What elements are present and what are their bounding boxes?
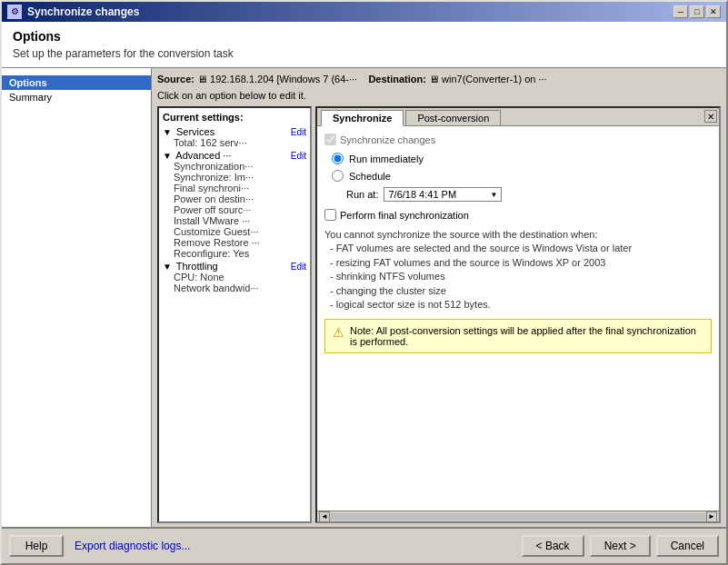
main-window: ⚙ Synchronize changes ─ □ ✕ Options Set … [0,0,728,565]
help-button[interactable]: Help [9,535,64,557]
advanced-arrow: ▼ Advanced ··· [163,150,232,161]
run-immediately-radio[interactable] [332,153,344,164]
schedule-label: Schedule [349,171,391,182]
adv-install-item: Install VMware ··· [163,215,306,226]
tree-section-advanced: ▼ Advanced ··· Edit Synchronization··· S… [163,150,306,259]
final-sync-checkbox[interactable] [324,209,336,221]
adv-final-item: Final synchroni··· [163,183,306,193]
services-total: Total: 162 serv··· [163,137,306,148]
run-at-dropdown[interactable]: 7/6/18 4:41 PM ▼ [384,187,502,202]
scroll-right-button[interactable]: ► [706,511,717,522]
schedule-row: Schedule [332,170,712,182]
horizontal-scrollbar[interactable]: ◄ ► [317,510,719,521]
sidebar-item-summary[interactable]: Summary [2,90,151,104]
tree-section-throttling: ▼ Throttling Edit CPU: None Network band… [163,261,306,293]
title-bar-left: ⚙ Synchronize changes [7,5,139,19]
window-close-button[interactable]: ✕ [706,5,721,18]
instruction-text: Click on an option below to edit it. [157,90,721,101]
scroll-track[interactable] [330,513,706,520]
minimize-button[interactable]: ─ [673,5,688,18]
title-bar-buttons: ─ □ ✕ [673,5,721,18]
title-bar: ⚙ Synchronize changes ─ □ ✕ [2,2,726,22]
advanced-header: ▼ Advanced ··· Edit [163,150,306,161]
tab-post-conversion[interactable]: Post-conversion [405,110,501,125]
main-content: Options Summary Source: 🖥 192.168.1.204 … [2,68,726,527]
run-at-label: Run at: [346,189,378,200]
adv-reconfigure-item: Reconfigure: Yes [163,248,306,259]
run-immediately-label: Run immediately [349,154,424,164]
back-button[interactable]: < Back [522,535,584,557]
throttle-cpu-item: CPU: None [163,272,306,282]
window-title: Synchronize changes [27,5,139,18]
top-heading: Options [13,29,715,44]
source-value: 192.168.1.204 [Windows 7 (64-··· [210,74,357,84]
settings-area: Current settings: ▼ Services Edit Total:… [157,106,721,523]
adv-remove-item: Remove Restore ··· [163,237,306,248]
services-arrow: ▼ Services [163,126,214,137]
run-at-row: Run at: 7/6/18 4:41 PM ▼ [346,187,712,202]
services-label: Services [174,126,214,137]
sync-changes-checkbox[interactable] [324,134,336,145]
top-description: Options Set up the parameters for the co… [2,22,726,68]
right-panel: Source: 🖥 192.168.1.204 [Windows 7 (64-·… [152,68,726,527]
run-immediately-row: Run immediately [332,153,712,164]
dest-label: Destination: [368,74,426,84]
export-logs-button[interactable]: Export diagnostic logs... [71,535,194,557]
dropdown-arrow-icon: ▼ [491,191,498,199]
settings-tree: Current settings: ▼ Services Edit Total:… [157,106,312,523]
services-header: ▼ Services Edit [163,126,306,137]
window-icon: ⚙ [7,5,22,19]
final-sync-row: Perform final synchronization [324,209,712,221]
dest-value: win7(Converter-1) on ··· [442,74,547,84]
adv-sync-im-item: Synchronize: Im··· [163,172,306,183]
tabbed-panel: ✕ Synchronize Post-conversion Synchroniz… [315,106,721,523]
throttling-label: Throttling [174,261,218,272]
warning-text: Note: All post-conversion settings will … [350,325,703,347]
throttle-network-item: Network bandwid··· [163,282,306,293]
tab-synchronize[interactable]: Synchronize [321,110,404,126]
dest-icon: 🖥 [429,74,442,84]
throttling-arrow: ▼ Throttling [163,261,218,272]
run-at-value: 7/6/18 4:41 PM [388,189,456,200]
bottom-bar: Help Export diagnostic logs... < Back Ne… [2,527,726,563]
final-sync-label: Perform final synchronization [340,210,469,221]
top-description-text: Set up the parameters for the conversion… [13,47,715,60]
sync-changes-label: Synchronize changes [340,134,435,145]
scroll-left-button[interactable]: ◄ [319,511,330,522]
source-label: Source: [157,74,194,84]
tab-content-synchronize: Synchronize changes Run immediately Sche… [317,126,719,510]
adv-power-off-item: Power off sourc··· [163,204,306,215]
info-text: You cannot synchronize the source with t… [324,228,712,312]
advanced-edit-link[interactable]: Edit [291,151,306,161]
next-button[interactable]: Next > [590,535,651,557]
warning-box: ⚠ Note: All post-conversion settings wil… [324,319,712,353]
panel-close-button[interactable]: ✕ [704,110,717,123]
settings-tree-header: Current settings: [163,112,306,123]
source-icon: 🖥 [197,74,210,84]
bottom-right: < Back Next > Cancel [522,535,719,557]
schedule-radio[interactable] [332,170,344,182]
tabs-bar: Synchronize Post-conversion [317,108,719,126]
throttling-edit-link[interactable]: Edit [291,262,306,272]
services-edit-link[interactable]: Edit [291,127,306,137]
throttling-header: ▼ Throttling Edit [163,261,306,272]
advanced-label: Advanced ··· [174,150,232,161]
sidebar-item-options[interactable]: Options [2,75,151,90]
adv-customize-item: Customize Guest··· [163,226,306,237]
adv-sync-item: Synchronization··· [163,161,306,172]
adv-power-on-item: Power on destin··· [163,193,306,204]
maximize-button[interactable]: □ [690,5,704,18]
tree-section-services: ▼ Services Edit Total: 162 serv··· [163,126,306,148]
source-dest-bar: Source: 🖥 192.168.1.204 [Windows 7 (64-·… [157,72,721,86]
cancel-button[interactable]: Cancel [656,535,719,557]
sidebar: Options Summary [2,68,152,527]
warning-icon: ⚠ [333,325,344,340]
sync-changes-row: Synchronize changes [324,134,712,145]
bottom-left: Help Export diagnostic logs... [9,535,194,557]
